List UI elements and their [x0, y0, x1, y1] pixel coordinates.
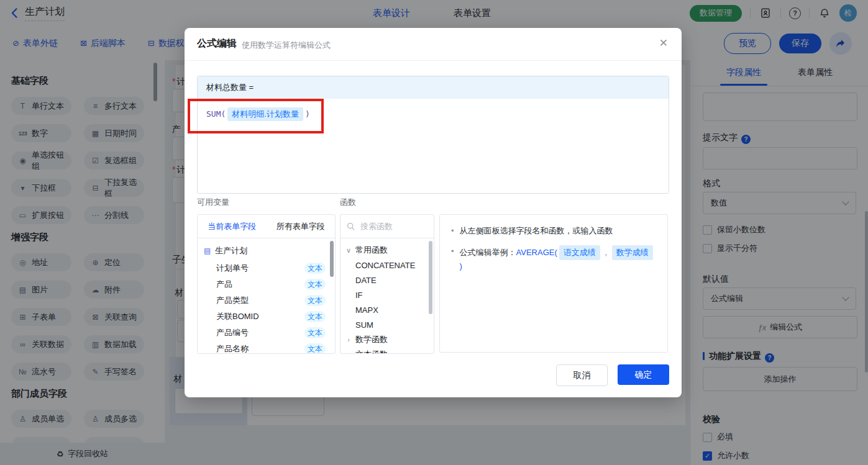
- modal-header: 公式编辑 使用数学运算符编辑公式 ✕: [185, 28, 682, 61]
- variable-row[interactable]: 产品类型文本: [198, 292, 335, 309]
- function-item-mapx[interactable]: MAPX: [340, 302, 434, 317]
- help-text: 从左侧面板选择字段名和函数，或输入函数: [460, 225, 613, 237]
- variable-name: 产品类型: [216, 295, 249, 306]
- bullet: •: [451, 225, 454, 237]
- type-badge: 文本: [304, 263, 326, 274]
- function-group-label: 数学函数: [355, 334, 388, 345]
- chevron-collapsed-icon: ›: [345, 351, 352, 354]
- variables-label: 可用变量: [197, 197, 229, 208]
- formula-editor-box: 材料总数量 = SUM(材料明细.计划数量): [197, 76, 669, 194]
- search-icon: [347, 222, 355, 230]
- form-designer-app: 生产计划 表单设计 表单设置 数据管理 ? 检 ⊘ 表单外链: [0, 0, 868, 465]
- close-icon[interactable]: ✕: [659, 37, 668, 50]
- function-group-text[interactable]: › 文本函数: [340, 347, 434, 354]
- cancel-button[interactable]: 取消: [556, 364, 608, 386]
- modal-subtitle: 使用数学运算符编辑公式: [242, 40, 331, 51]
- type-badge: 文本: [304, 295, 326, 306]
- formula-target: 材料总数量 =: [198, 76, 669, 99]
- help-example-prefix: 公式编辑举例：: [460, 248, 516, 257]
- function-item-sum[interactable]: SUM: [340, 317, 434, 332]
- variables-tree: ▤ 生产计划 计划单号文本 产品文本 产品类型文本 关联BOMID文本 产品编号…: [198, 238, 335, 353]
- function-item-date[interactable]: DATE: [340, 273, 434, 287]
- function-search-input[interactable]: [359, 221, 424, 232]
- example-function-close: ): [460, 261, 462, 271]
- functions-panel: ∨ 常用函数 CONCATENATE DATE IF MAPX SUM › 数学…: [340, 214, 434, 354]
- confirm-button[interactable]: 确定: [618, 364, 669, 385]
- type-badge: 文本: [304, 311, 326, 322]
- variables-tabs: 当前表单字段 所有表单字段: [198, 215, 335, 238]
- function-group-common[interactable]: ∨ 常用函数: [340, 243, 434, 258]
- variables-scrollbar[interactable]: [330, 241, 334, 277]
- function-item-concatenate[interactable]: CONCATENATE: [340, 258, 434, 273]
- variable-name: 产品名称: [216, 343, 249, 354]
- functions-tree: ∨ 常用函数 CONCATENATE DATE IF MAPX SUM › 数学…: [340, 238, 434, 353]
- chevron-collapsed-icon: ›: [345, 336, 352, 343]
- variable-name: 计划单号: [216, 263, 249, 274]
- functions-scrollbar[interactable]: [429, 241, 432, 314]
- tree-root-form[interactable]: ▤ 生产计划: [198, 243, 335, 260]
- variable-row[interactable]: 关联BOMID文本: [198, 309, 335, 325]
- function-group-math[interactable]: › 数学函数: [340, 332, 434, 347]
- function-search: [340, 215, 434, 238]
- modal-footer: 取消 确定: [556, 364, 669, 386]
- variable-row[interactable]: 产品文本: [198, 276, 335, 292]
- variable-name: 关联BOMID: [216, 311, 259, 322]
- example-function-open: AVERAGE(: [516, 248, 557, 257]
- tab-all-form-fields[interactable]: 所有表单字段: [267, 221, 336, 232]
- help-example: 公式编辑举例：AVERAGE(语文成绩，数学成绩): [460, 245, 656, 273]
- annotation-highlight-box: [188, 99, 324, 133]
- formula-lhs: 材料总数量 =: [206, 82, 254, 93]
- formula-editor-modal: 公式编辑 使用数学运算符编辑公式 ✕ 材料总数量 = SUM(材料明细.计划数量…: [185, 28, 682, 397]
- function-item-if[interactable]: IF: [340, 287, 434, 302]
- variable-name: 产品编号: [216, 327, 249, 338]
- type-badge: 文本: [304, 343, 326, 354]
- variable-row[interactable]: 计划单号文本: [198, 260, 335, 276]
- help-line-2: • 公式编辑举例：AVERAGE(语文成绩，数学成绩): [451, 245, 656, 273]
- variable-row[interactable]: 产品名称文本: [198, 341, 335, 354]
- bullet: •: [451, 245, 454, 258]
- example-token-2: 数学成绩: [612, 245, 653, 260]
- chevron-expanded-icon: ∨: [345, 246, 352, 255]
- type-badge: 文本: [304, 279, 326, 290]
- function-group-label: 常用函数: [355, 245, 388, 256]
- variables-panel: 当前表单字段 所有表单字段 ▤ 生产计划 计划单号文本 产品文本 产品类型文本 …: [197, 214, 336, 354]
- tree-root-label: 生产计划: [215, 245, 247, 256]
- example-token-1: 语文成绩: [559, 245, 600, 260]
- variable-row[interactable]: 产品编号文本: [198, 325, 335, 341]
- type-badge: 文本: [304, 327, 326, 338]
- document-icon: ▤: [204, 246, 211, 255]
- variable-name: 产品: [216, 279, 232, 290]
- example-comma: ，: [602, 248, 610, 257]
- formula-help-panel: • 从左侧面板选择字段名和函数，或输入函数 • 公式编辑举例：AVERAGE(语…: [439, 214, 668, 353]
- tab-current-form-fields[interactable]: 当前表单字段: [198, 221, 267, 232]
- help-line-1: • 从左侧面板选择字段名和函数，或输入函数: [451, 225, 656, 237]
- functions-label: 函数: [340, 197, 356, 208]
- modal-title: 公式编辑: [197, 37, 237, 50]
- function-group-label: 文本函数: [355, 349, 388, 354]
